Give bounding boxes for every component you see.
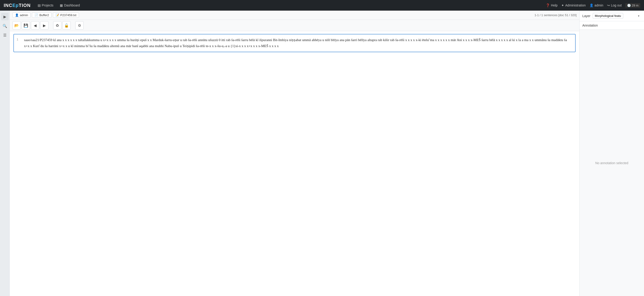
- user-link[interactable]: 👤 admin: [590, 3, 603, 7]
- sentence-block: 1 saao/saa21/P237459 kî ana x x x x x x …: [14, 34, 576, 52]
- user-label: admin: [594, 3, 603, 7]
- right-panel-header: Layer Morphological featu: [580, 11, 644, 21]
- buffer-tab-icon: 📄: [34, 13, 38, 17]
- brand-tion: TION: [19, 3, 31, 8]
- open-button[interactable]: 📂: [12, 21, 21, 29]
- center-content: 👤 admin 📄 Buffer2 📝 P237459.txt 1-1 / 1 …: [10, 11, 579, 296]
- help-label: Help: [551, 3, 558, 7]
- toolbar: 📂 💾 ◀ ▶ ♻ 🔓 ⚙: [10, 20, 579, 31]
- file-tab-icon: 📝: [56, 13, 59, 17]
- left-sidebar: ▶ 🔍 ☰: [0, 11, 10, 296]
- sentence-info: 1-1 / 1 sentences [doc 51 / 320]: [534, 13, 576, 17]
- save-button[interactable]: 💾: [22, 21, 30, 29]
- sidebar-search-icon[interactable]: 🔍: [1, 22, 8, 29]
- annotation-area: 1 saao/saa21/P237459 kî ana x x x x x x …: [10, 31, 579, 296]
- tab-file[interactable]: 📝 P237459.txt: [53, 12, 79, 18]
- layer-label: Layer: [582, 14, 590, 18]
- sentence-text[interactable]: saao/saa21/P237459 kî ana x x x x x x ta…: [24, 37, 572, 49]
- prev-button[interactable]: ◀: [31, 21, 39, 29]
- projects-icon: ▤: [38, 3, 41, 7]
- logout-link[interactable]: ↪ Log out: [607, 3, 622, 7]
- administration-link[interactable]: ✦ Administration: [561, 3, 586, 7]
- no-annotation-text: No annotation selected: [595, 161, 628, 165]
- layer-select-wrapper: Morphological featu: [593, 13, 641, 19]
- sentence-info-text: 1-1 / 1 sentences [doc 51 / 320]: [534, 13, 576, 17]
- next-icon: ▶: [43, 23, 46, 28]
- navbar: INCEpTION ▤ Projects ▦ Dashboard ❓ Help …: [0, 0, 644, 11]
- logout-label: Log out: [611, 3, 622, 7]
- user-icon: 👤: [590, 3, 594, 7]
- brand-inc: INC: [4, 3, 12, 8]
- tab-admin-label: admin: [20, 13, 28, 17]
- right-panel: Layer Morphological featu Annotation No …: [579, 11, 644, 296]
- revert-icon: ♻: [56, 23, 59, 28]
- time-badge: 🕐 29 m: [625, 3, 640, 8]
- layer-select[interactable]: Morphological featu: [593, 13, 623, 19]
- navbar-right: ❓ Help ✦ Administration 👤 admin ↪ Log ou…: [546, 3, 640, 8]
- help-icon: ❓: [546, 3, 550, 7]
- tab-file-label: P237459.txt: [60, 13, 76, 17]
- navbar-nav: ▤ Projects ▦ Dashboard: [35, 2, 541, 8]
- user-tab-icon: 👤: [15, 13, 19, 17]
- revert-button[interactable]: ♻: [53, 21, 62, 29]
- settings-button[interactable]: ⚙: [75, 21, 84, 29]
- brand-ep: Ep: [12, 3, 19, 8]
- app-brand: INCEpTION: [4, 3, 31, 8]
- lock-icon: 🔓: [64, 23, 69, 28]
- clock-icon: 🕐: [627, 4, 631, 7]
- dashboard-nav-link[interactable]: ▦ Dashboard: [58, 2, 82, 8]
- dashboard-icon: ▦: [60, 3, 63, 7]
- tab-bar: 👤 admin 📄 Buffer2 📝 P237459.txt 1-1 / 1 …: [10, 11, 579, 20]
- save-icon: 💾: [24, 23, 28, 28]
- sidebar-list-icon[interactable]: ☰: [1, 31, 8, 39]
- lock-button[interactable]: 🔓: [62, 21, 71, 29]
- open-icon: 📂: [14, 23, 19, 28]
- time-label: 29 m: [632, 4, 638, 7]
- projects-label: Projects: [42, 3, 54, 7]
- admin-icon: ✦: [561, 3, 564, 7]
- annotation-section-label: Annotation: [580, 21, 644, 30]
- prev-icon: ◀: [34, 23, 36, 28]
- administration-label: Administration: [565, 3, 586, 7]
- dashboard-label: Dashboard: [64, 3, 80, 7]
- tab-buffer2-label: Buffer2: [39, 13, 49, 17]
- logout-icon: ↪: [607, 3, 610, 7]
- next-button[interactable]: ▶: [40, 21, 48, 29]
- no-annotation-message: No annotation selected: [580, 30, 644, 296]
- tab-admin[interactable]: 👤 admin: [12, 12, 30, 18]
- main-layout: ▶ 🔍 ☰ 👤 admin 📄 Buffer2 📝 P237459.txt 1-…: [0, 11, 644, 296]
- tab-buffer2[interactable]: 📄 Buffer2: [32, 12, 52, 18]
- sentence-number: 1: [17, 37, 21, 49]
- projects-nav-link[interactable]: ▤ Projects: [35, 2, 56, 8]
- help-link[interactable]: ❓ Help: [546, 3, 558, 7]
- sidebar-toggle-icon[interactable]: ▶: [1, 13, 8, 20]
- settings-icon: ⚙: [78, 23, 81, 28]
